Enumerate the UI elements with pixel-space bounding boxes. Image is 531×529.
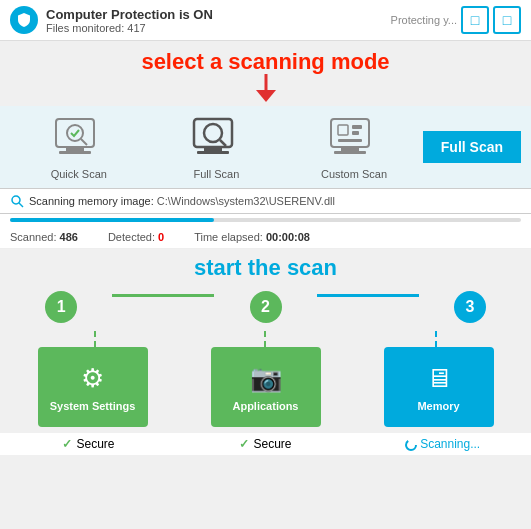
svg-point-19: [12, 196, 20, 204]
svg-marker-1: [256, 90, 276, 102]
step-3-number: 3: [454, 291, 486, 323]
maximize-button[interactable]: □: [493, 6, 521, 34]
step-boxes-row: ⚙ System Settings 📷 Applications 🖥 Memor…: [10, 347, 521, 427]
step-2-number: 2: [250, 291, 282, 323]
memory-label: Memory: [417, 400, 459, 412]
svg-rect-10: [204, 147, 222, 151]
progress-bar-outer: [10, 218, 521, 222]
svg-point-21: [406, 440, 416, 450]
top-bar: Computer Protection is ON Files monitore…: [0, 0, 531, 41]
svg-line-4: [81, 139, 87, 145]
full-scan-label: Full Scan: [193, 168, 239, 180]
elapsed-stat: Time elapsed: 00:00:08: [194, 231, 310, 243]
secure-item-3: Scanning...: [354, 437, 531, 451]
svg-line-20: [19, 203, 23, 207]
top-bar-left: Computer Protection is ON Files monitore…: [10, 6, 213, 34]
svg-rect-15: [352, 131, 359, 135]
dot-line-1: [94, 331, 96, 347]
shield-icon: [10, 6, 38, 34]
svg-rect-12: [331, 119, 369, 147]
svg-rect-17: [341, 147, 359, 151]
secure-row: ✓ Secure ✓ Secure Scanning...: [0, 433, 531, 455]
dot-line-3: [435, 331, 437, 347]
loading-icon: [405, 439, 417, 451]
step-2-col: 2: [214, 291, 316, 329]
protection-status: Computer Protection is ON: [46, 7, 213, 22]
steps-area: 1 2 3 ⚙ System Settings: [0, 291, 531, 427]
dot-line-2: [264, 331, 266, 347]
top-bar-right: Protecting y... □ □: [391, 6, 521, 34]
system-settings-label: System Settings: [50, 400, 136, 412]
quick-scan-label: Quick Scan: [51, 168, 107, 180]
full-scan-button[interactable]: Full Scan: [423, 131, 521, 163]
svg-rect-2: [56, 119, 94, 147]
custom-scan-label: Custom Scan: [321, 168, 387, 180]
secure-label-1: Secure: [76, 437, 114, 451]
svg-point-8: [204, 124, 222, 142]
svg-rect-11: [197, 151, 229, 154]
svg-rect-5: [66, 147, 84, 151]
custom-scan-icon: [324, 114, 384, 164]
step-numbers-row: 1 2 3: [10, 291, 521, 329]
files-monitored: Files monitored: 417: [46, 22, 213, 34]
step-box-applications[interactable]: 📷 Applications: [211, 347, 321, 427]
scan-modes-bar: Quick Scan Full Scan: [0, 106, 531, 188]
stats-row: Scanned: 486 Detected: 0 Time elapsed: 0…: [0, 226, 531, 249]
system-settings-icon: ⚙: [81, 363, 104, 394]
svg-line-9: [220, 140, 226, 146]
step-1-number: 1: [45, 291, 77, 323]
start-scan-label: start the scan: [0, 249, 531, 291]
scanning-info-bar: Scanning memory image: C:\Windows\system…: [0, 188, 531, 214]
connector-1-2: [112, 294, 214, 297]
dotted-lines-row: [10, 331, 521, 347]
custom-scan-mode[interactable]: Custom Scan: [285, 114, 423, 180]
secure-item-1: ✓ Secure: [0, 437, 177, 451]
secure-item-2: ✓ Secure: [177, 437, 354, 451]
svg-point-3: [67, 125, 83, 141]
memory-icon: 🖥: [426, 363, 452, 394]
check-icon-1: ✓: [62, 437, 72, 451]
step-1-col: 1: [10, 291, 112, 329]
full-scan-mode[interactable]: Full Scan: [148, 114, 286, 180]
scanning-label: Scanning...: [405, 437, 480, 451]
progress-bar-inner: [10, 218, 214, 222]
svg-rect-13: [338, 125, 348, 135]
svg-rect-16: [338, 139, 362, 142]
minimize-button[interactable]: □: [461, 6, 489, 34]
svg-rect-14: [352, 125, 362, 129]
quick-scan-mode[interactable]: Quick Scan: [10, 114, 148, 180]
detected-stat: Detected: 0: [108, 231, 164, 243]
svg-rect-18: [334, 151, 366, 154]
svg-rect-6: [59, 151, 91, 154]
step-box-system-settings[interactable]: ⚙ System Settings: [38, 347, 148, 427]
secure-label-2: Secure: [253, 437, 291, 451]
connector-2-3: [317, 294, 419, 297]
top-bar-text: Computer Protection is ON Files monitore…: [46, 7, 213, 34]
scanning-file-text: Scanning memory image: C:\Windows\system…: [29, 195, 335, 207]
applications-label: Applications: [232, 400, 298, 412]
applications-icon: 📷: [250, 363, 282, 394]
scanned-stat: Scanned: 486: [10, 231, 78, 243]
quick-scan-icon: [49, 114, 109, 164]
check-icon-2: ✓: [239, 437, 249, 451]
select-mode-label: select a scanning mode: [0, 41, 531, 79]
full-scan-icon: [186, 114, 246, 164]
step-3-col: 3: [419, 291, 521, 329]
progress-bar-row: [0, 214, 531, 226]
scan-search-icon: [10, 194, 24, 208]
step-box-memory[interactable]: 🖥 Memory: [384, 347, 494, 427]
